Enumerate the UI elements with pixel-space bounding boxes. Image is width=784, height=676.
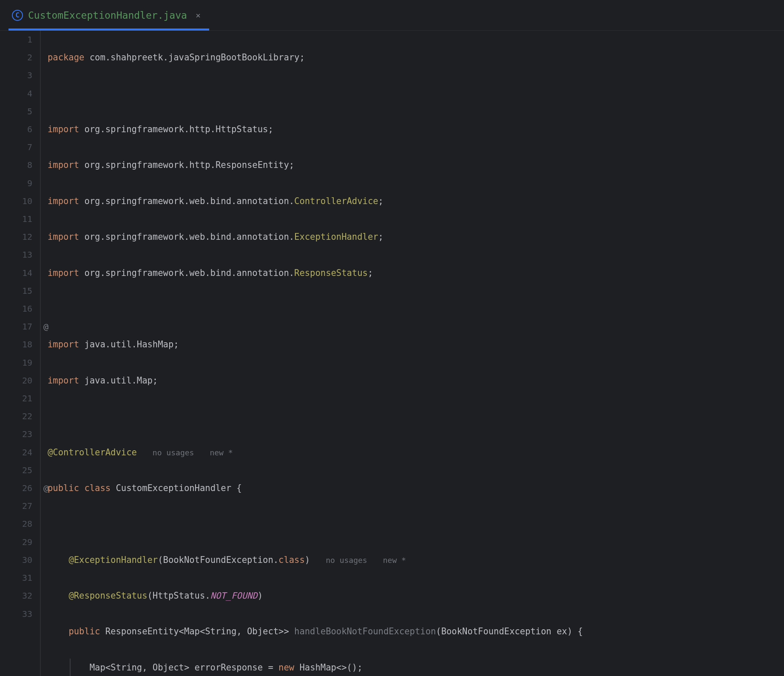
code-line: import org.springframework.http.Response… [43,156,784,174]
class-file-icon: C [12,10,23,21]
line-number[interactable]: 33 [0,605,32,623]
code-line: public class CustomExceptionHandler { [43,479,784,497]
line-number[interactable]: 19 [0,354,32,372]
code-line: public ResponseEntity<Map<String, Object… [43,622,784,640]
tab-filename: CustomExceptionHandler.java [28,10,187,21]
code-line: import org.springframework.http.HttpStat… [43,120,784,138]
line-number[interactable]: 1 [0,31,32,48]
line-number[interactable]: 13 [0,246,32,264]
line-number[interactable]: 27 [0,497,32,515]
usage-hint[interactable]: no usages [153,448,194,457]
line-number[interactable]: 9 [0,174,32,192]
editor-area: 1 2 3 4 5 6 7 8 9 10 11 12 13 14 15 16 1… [0,31,784,676]
line-number[interactable]: 24 [0,443,32,461]
line-number[interactable]: 26@ [0,479,32,497]
method-indent-guide [70,659,71,676]
code-line: @ResponseStatus(HttpStatus.NOT_FOUND) [43,587,784,605]
code-line: import java.util.HashMap; [43,335,784,353]
line-number[interactable]: 28 [0,515,32,533]
code-line [43,407,784,425]
line-number[interactable]: 30 [0,551,32,569]
vcs-hint[interactable]: new * [383,556,406,565]
line-number[interactable]: 25 [0,461,32,479]
line-number[interactable]: 20 [0,372,32,389]
line-number[interactable]: 5 [0,102,32,120]
line-number[interactable]: 8 [0,156,32,174]
editor-tab-active[interactable]: C CustomExceptionHandler.java × [9,0,209,30]
line-number[interactable]: 10 [0,192,32,210]
line-number[interactable]: 29 [0,533,32,551]
line-number[interactable]: 22 [0,407,32,425]
code-line: @ControllerAdvice no usages new * [43,443,784,461]
line-number[interactable]: 16 [0,300,32,318]
usage-hint[interactable]: no usages [326,556,367,565]
line-number[interactable]: 32 [0,587,32,605]
code-line: Map<String, Object> errorResponse = new … [43,659,784,676]
vcs-hint[interactable]: new * [210,448,233,457]
code-line: @ExceptionHandler(BookNotFoundException.… [43,551,784,569]
code-line: import org.springframework.web.bind.anno… [43,228,784,246]
code-line: import org.springframework.web.bind.anno… [43,264,784,282]
close-tab-icon[interactable]: × [196,10,201,20]
code-line: import java.util.Map; [43,372,784,389]
line-number[interactable]: 11 [0,210,32,228]
line-number[interactable]: 4 [0,85,32,102]
line-number[interactable]: 23 [0,425,32,443]
editor-tabbar: C CustomExceptionHandler.java × [0,0,784,31]
line-number[interactable]: 2 [0,48,32,66]
line-number[interactable]: 17@ [0,318,32,335]
line-number[interactable]: 14 [0,264,32,282]
line-number[interactable]: 6 [0,120,32,138]
line-number-gutter[interactable]: 1 2 3 4 5 6 7 8 9 10 11 12 13 14 15 16 1… [0,31,41,676]
code-editor[interactable]: package com.shahpreetk.javaSpringBootBoo… [41,31,784,676]
code-line [43,515,784,533]
line-number[interactable]: 18 [0,335,32,353]
line-number[interactable]: 31 [0,569,32,587]
code-line [43,85,784,102]
line-number[interactable]: 21 [0,389,32,407]
code-line: package com.shahpreetk.javaSpringBootBoo… [43,48,784,66]
line-number[interactable]: 12 [0,228,32,246]
line-number[interactable]: 7 [0,138,32,156]
line-number[interactable]: 15 [0,282,32,300]
code-line [43,300,784,318]
code-line: import org.springframework.web.bind.anno… [43,192,784,210]
line-number[interactable]: 3 [0,66,32,84]
